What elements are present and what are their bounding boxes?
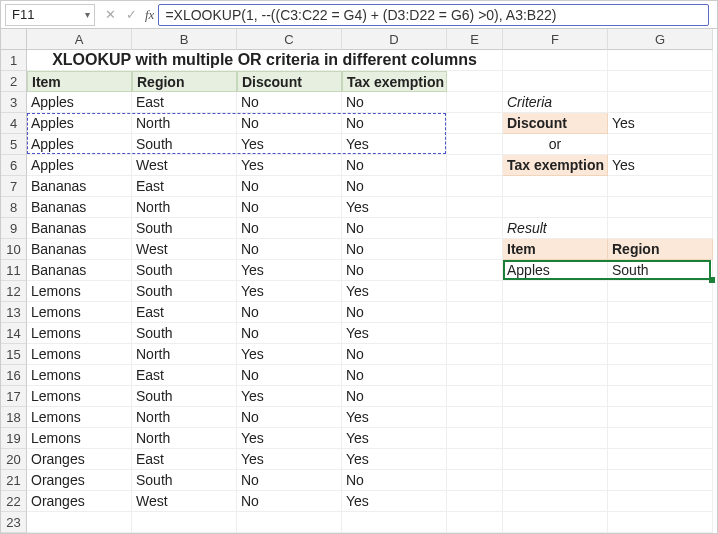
cell[interactable]: East — [132, 176, 237, 197]
cell[interactable]: Bananas — [27, 176, 132, 197]
cell[interactable] — [608, 344, 713, 365]
cell[interactable] — [608, 71, 713, 92]
cell[interactable] — [608, 407, 713, 428]
col-header[interactable]: E — [447, 29, 503, 50]
row-header[interactable]: 1 — [1, 50, 27, 71]
table-header[interactable]: Discount — [237, 71, 342, 92]
row-header[interactable]: 14 — [1, 323, 27, 344]
row-header[interactable]: 18 — [1, 407, 27, 428]
cell[interactable]: South — [132, 386, 237, 407]
cell[interactable]: No — [342, 344, 447, 365]
cell[interactable] — [608, 512, 713, 533]
cell[interactable] — [447, 92, 503, 113]
chevron-down-icon[interactable]: ▾ — [85, 9, 90, 20]
cell[interactable]: Yes — [237, 344, 342, 365]
row-header[interactable]: 6 — [1, 155, 27, 176]
cell[interactable] — [608, 134, 713, 155]
cell[interactable]: No — [237, 113, 342, 134]
cell[interactable]: Lemons — [27, 428, 132, 449]
table-header[interactable]: Region — [132, 71, 237, 92]
cell[interactable]: No — [342, 218, 447, 239]
cell[interactable]: No — [237, 176, 342, 197]
cell[interactable] — [608, 50, 713, 71]
cell[interactable]: Bananas — [27, 260, 132, 281]
cell[interactable]: No — [237, 323, 342, 344]
cell[interactable] — [503, 50, 608, 71]
cell[interactable]: Yes — [342, 197, 447, 218]
cell[interactable]: Yes — [342, 491, 447, 512]
cell[interactable]: No — [237, 407, 342, 428]
cell[interactable]: No — [342, 113, 447, 134]
cell[interactable]: East — [132, 92, 237, 113]
cell[interactable] — [447, 449, 503, 470]
result-region-header[interactable]: Region — [608, 239, 713, 260]
cell[interactable] — [608, 365, 713, 386]
cell[interactable] — [608, 428, 713, 449]
cell[interactable]: Lemons — [27, 407, 132, 428]
cell[interactable]: No — [342, 92, 447, 113]
row-header[interactable]: 15 — [1, 344, 27, 365]
cell[interactable]: South — [132, 260, 237, 281]
cell[interactable]: South — [132, 218, 237, 239]
cell[interactable] — [447, 176, 503, 197]
cell[interactable]: Bananas — [27, 239, 132, 260]
cell[interactable]: South — [132, 470, 237, 491]
cell[interactable] — [608, 218, 713, 239]
cell[interactable]: Yes — [237, 386, 342, 407]
cell[interactable]: No — [342, 386, 447, 407]
cell[interactable]: North — [132, 407, 237, 428]
cell[interactable]: Yes — [342, 428, 447, 449]
cell[interactable] — [608, 386, 713, 407]
cell[interactable]: South — [132, 323, 237, 344]
cell[interactable] — [447, 428, 503, 449]
result-item-header[interactable]: Item — [503, 239, 608, 260]
row-header[interactable]: 19 — [1, 428, 27, 449]
cell[interactable] — [503, 302, 608, 323]
row-header[interactable]: 20 — [1, 449, 27, 470]
cell[interactable] — [608, 176, 713, 197]
cell[interactable]: No — [237, 218, 342, 239]
cell[interactable]: Yes — [237, 428, 342, 449]
confirm-icon[interactable]: ✓ — [124, 7, 139, 22]
cell[interactable] — [608, 491, 713, 512]
cell[interactable]: No — [237, 491, 342, 512]
cell[interactable]: No — [342, 155, 447, 176]
cell[interactable] — [447, 470, 503, 491]
cell[interactable]: No — [237, 470, 342, 491]
cell[interactable] — [503, 365, 608, 386]
cell[interactable]: Apples — [27, 155, 132, 176]
table-header[interactable]: Tax exemption — [342, 71, 447, 92]
cell[interactable] — [503, 428, 608, 449]
cell[interactable]: Yes — [237, 260, 342, 281]
cell[interactable]: Yes — [342, 407, 447, 428]
row-header[interactable]: 7 — [1, 176, 27, 197]
cell[interactable]: Lemons — [27, 302, 132, 323]
cell[interactable]: No — [237, 239, 342, 260]
row-header[interactable]: 17 — [1, 386, 27, 407]
cell[interactable] — [503, 512, 608, 533]
row-header[interactable]: 11 — [1, 260, 27, 281]
cell[interactable]: East — [132, 449, 237, 470]
row-header[interactable]: 23 — [1, 512, 27, 533]
cell[interactable] — [447, 365, 503, 386]
cell[interactable] — [447, 134, 503, 155]
cell[interactable] — [503, 281, 608, 302]
cell[interactable]: No — [342, 239, 447, 260]
row-header[interactable]: 16 — [1, 365, 27, 386]
cell[interactable]: South — [132, 134, 237, 155]
cell[interactable]: Oranges — [27, 449, 132, 470]
cell[interactable] — [503, 407, 608, 428]
cancel-icon[interactable]: ✕ — [103, 7, 118, 22]
cell[interactable] — [608, 92, 713, 113]
cell[interactable]: South — [132, 281, 237, 302]
cell[interactable] — [447, 407, 503, 428]
cell[interactable] — [447, 113, 503, 134]
cell[interactable]: Yes — [237, 134, 342, 155]
cell[interactable] — [608, 302, 713, 323]
cell[interactable] — [503, 71, 608, 92]
cell[interactable]: Lemons — [27, 323, 132, 344]
table-header[interactable]: Item — [27, 71, 132, 92]
cell[interactable] — [608, 449, 713, 470]
row-header[interactable]: 12 — [1, 281, 27, 302]
cell[interactable]: Yes — [342, 134, 447, 155]
